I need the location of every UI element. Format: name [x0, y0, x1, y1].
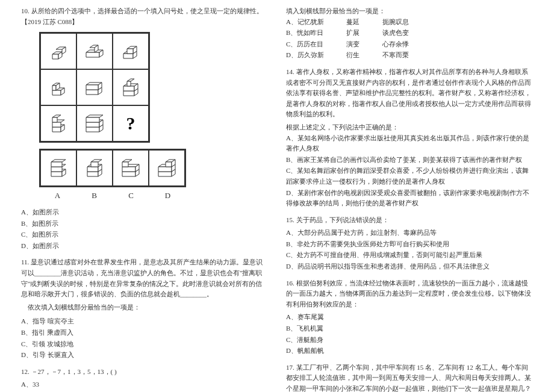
q15-opt-b: B、非处方药不需要凭执业医师处方即可自行购买和使用	[286, 239, 533, 250]
label-a: A	[40, 190, 76, 202]
q14-opt-a: A、某知名网络小说作家要求出版社使用其真实姓名出版其作品，则该作家行使的是著作人…	[286, 133, 533, 154]
q13-opt-d: D、历久弥新衍生不寒而栗	[286, 50, 533, 61]
cube-shape-icon	[82, 156, 107, 180]
cube-shape-icon	[46, 111, 70, 135]
label-b: B	[76, 190, 113, 202]
question-13-continued: 填入划横线部分最恰当的一项是： A、记忆犹新蔓延扼腕叹息 B、恍如昨日扩展谈虎色…	[286, 6, 533, 61]
cube-shape-icon	[46, 156, 70, 180]
question-17: 17. 某工厂有甲、乙两个车间，其中甲车间有 15 名、乙车间有 12 名工人。…	[286, 362, 533, 392]
q15-title: 15. 关于药品，下列说法错误的是：	[286, 215, 533, 226]
question-10: 10. 从所给的四个选项中，选择最合适的一个填入问号处，使之呈现一定的规律性。【…	[21, 6, 268, 251]
q12-opt-a: A、33	[21, 379, 268, 390]
q10-opt-a: A、如图所示	[21, 207, 268, 218]
q14-sub: 根据上述定义，下列说法中正确的是：	[286, 122, 533, 133]
question-11: 11. 显意识通过感官对外在世界发生作用，是意志及其所产生结果的动力源。显意识可…	[21, 257, 268, 360]
q15-opt-d: D、药品说明书用以指导医生和患者选择、使用药品，但不具法律意义	[286, 261, 533, 272]
q15-opt-a: A、大部分药品属于处方药，如注射剂、毒麻药品等	[286, 228, 533, 238]
question-16: 16. 根据伯努利效应，当流体经过物体表面时，流速较快的一面压力越小，流速越慢的…	[286, 278, 533, 356]
q10-option-labels: A B C D	[39, 190, 186, 202]
q14-opt-d: D、某剧作家创作的电视剧因深受观众喜爱而被翻拍，该剧作家要求电视剧制作方不得修改…	[286, 188, 533, 209]
q14-opt-c: C、某知名舞蹈家创作的舞蹈深受群众喜爱，不少人纷纷模仿并进行商业演出，该舞蹈家要…	[286, 166, 533, 187]
q16-title: 16. 根据伯努利效应，当流体经过物体表面时，流速较快的一面压力越小，流速越慢的…	[286, 278, 533, 310]
cube-shape-icon	[119, 75, 143, 99]
q10-opt-c: C、如图所示	[21, 229, 268, 240]
q10-opt-d: D、如图所示	[21, 241, 268, 252]
q11-title: 11. 显意识通过感官对外在世界发生作用，是意志及其所产生结果的动力源。显意识可…	[21, 257, 268, 299]
question-14: 14. 著作人身权，又称著作精神权，指著作权人对其作品所享有的各种与人身相联系或…	[286, 67, 533, 209]
q14-opt-b: B、画家王某将自己的画作以高价卖给了姜某，则姜某获得了该画作的著作财产权	[286, 155, 533, 166]
q10-opt-b: B、如图所示	[21, 219, 268, 229]
q10-grid: ?	[39, 32, 150, 143]
question-mark-icon: ?	[126, 109, 135, 138]
cube-shape-icon	[46, 39, 70, 63]
q11-sub: 依次填入划横线部分最恰当的一项是：	[21, 302, 268, 313]
cube-shape-icon	[82, 39, 107, 63]
q11-opt-d: D、引导 长驱直入	[21, 350, 268, 361]
q11-opt-c: C、引领 攻城掠地	[21, 339, 268, 350]
q10-answer-row	[39, 149, 186, 187]
q13-opt-a: A、记忆犹新蔓延扼腕叹息	[286, 17, 533, 28]
cube-shape-icon	[119, 156, 143, 180]
question-15: 15. 关于药品，下列说法错误的是： A、大部分药品属于处方药，如注射剂、毒麻药…	[286, 215, 533, 272]
q17-title: 17. 某工厂有甲、乙两个车间，其中甲车间有 15 名、乙车间有 12 名工人。…	[286, 362, 533, 392]
q11-opt-b: B、指引 乘虚而入	[21, 328, 268, 338]
q14-title: 14. 著作人身权，又称著作精神权，指著作权人对其作品所享有的各种与人身相联系或…	[286, 67, 533, 120]
q16-opt-d: D、帆船船帆	[286, 346, 533, 356]
q10-title: 10. 从所给的四个选项中，选择最合适的一个填入问号处，使之呈现一定的规律性。【…	[21, 6, 268, 27]
question-12: 12. －27，－7，1，3，5，13，( ) A、33 B、31 C、27 D…	[21, 367, 268, 392]
q13-opt-b: B、恍如昨日扩展谈虎色变	[286, 28, 533, 39]
q10-figure: ? A B C D	[39, 32, 268, 202]
q12-title: 12. －27，－7，1，3，5，13，( )	[21, 367, 268, 378]
q16-opt-a: A、赛车尾翼	[286, 312, 533, 323]
cube-shape-icon	[46, 75, 70, 99]
q13-sub: 填入划横线部分最恰当的一项是：	[286, 6, 533, 17]
q13-opt-c: C、历历在目演变心存余悸	[286, 39, 533, 50]
cube-shape-icon	[119, 39, 143, 63]
q15-opt-c: C、处方药不可擅自使用、停用或增减剂量，否则可能引起严重后果	[286, 250, 533, 261]
cube-shape-icon	[82, 75, 107, 99]
q11-opt-a: A、指导 喧宾夺主	[21, 316, 268, 327]
label-c: C	[113, 190, 149, 202]
cube-shape-icon	[155, 156, 179, 180]
q16-opt-c: C、潜艇船身	[286, 335, 533, 346]
label-d: D	[150, 190, 186, 202]
q16-opt-b: B、飞机机翼	[286, 323, 533, 334]
cube-shape-icon	[82, 111, 107, 135]
